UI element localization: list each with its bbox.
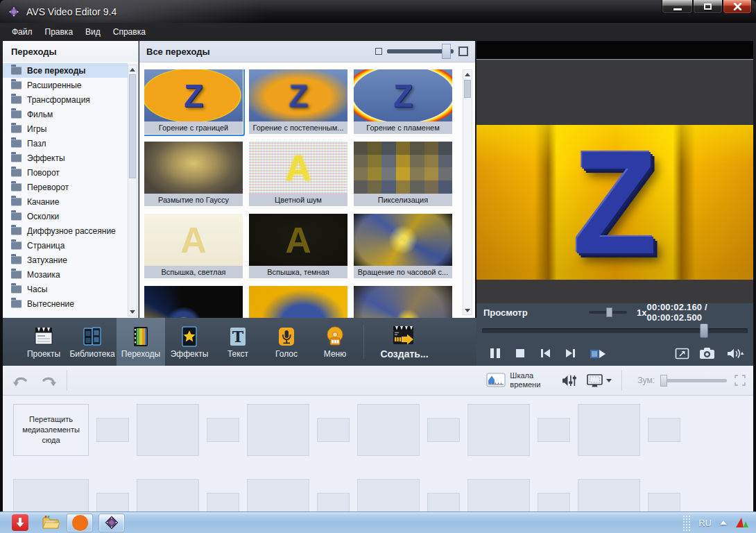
sidebar-item-transform[interactable]: Трансформация [3,92,128,107]
transition-slot[interactable] [317,493,350,511]
transition-slot[interactable] [317,418,350,442]
scroll-up-icon[interactable] [128,65,137,74]
play-to-frame-button[interactable] [585,344,611,362]
sidebar-item-film[interactable]: Фильм [3,107,128,121]
undo-button[interactable] [8,370,32,391]
size-slider-track[interactable] [387,49,454,53]
audio-mixer-button[interactable] [561,373,578,388]
sidebar-item-rotate[interactable]: Поворот [3,165,128,180]
scroll-up-icon[interactable] [463,70,472,78]
previous-scene-button[interactable] [535,344,556,362]
transition-tile-gaussian-blur[interactable]: Размытие по Гауссу [144,142,243,206]
clip-slot[interactable] [137,479,199,511]
taskbar-firefox-button[interactable] [67,514,93,532]
sidebar-item-shatter[interactable]: Осколки [3,209,128,223]
menu-file[interactable]: Файл [6,24,39,40]
sidebar-item-advanced[interactable]: Расширенные [3,78,128,92]
transition-tile-clockwise-spin[interactable]: Вращение по часовой с... [354,214,452,278]
scroll-down-icon[interactable] [128,307,137,316]
sidebar-item-swing[interactable]: Качание [3,194,128,209]
tab-projects[interactable]: Проекты [19,318,68,366]
transition-slot[interactable] [427,418,460,442]
maximize-button[interactable] [693,0,723,14]
clip-slot[interactable] [357,479,420,511]
fullscreen-button[interactable] [671,344,692,362]
clip-slot[interactable] [247,479,309,511]
sidebar-item-games[interactable]: Игры [3,121,128,136]
gallery-scrollbar[interactable] [463,69,472,315]
transition-tile-partial-2[interactable] [249,286,347,318]
transition-slot[interactable] [427,493,460,511]
language-indicator[interactable]: RU [698,518,712,528]
clip-slot[interactable] [578,404,640,456]
clip-slot[interactable] [578,479,640,511]
transition-tile-pixelate[interactable]: Пикселизация [354,142,452,206]
speed-slider[interactable] [589,311,627,314]
clip-slot[interactable] [357,404,420,456]
transition-tile-burn-border[interactable]: Z Горение с границей [144,69,243,134]
taskbar-download-icon[interactable] [10,514,31,532]
transition-slot[interactable] [538,493,570,511]
volume-button[interactable] [721,344,749,362]
sidebar-item-wipe[interactable]: Вытеснение [3,296,128,311]
transition-tile-color-noise[interactable]: A Цветной шум [249,142,347,206]
clip-slot[interactable] [13,479,89,511]
sidebar-item-mosaic[interactable]: Мозаика [3,267,128,282]
menu-edit[interactable]: Правка [39,24,80,40]
transition-slot[interactable] [207,493,239,511]
next-scene-button[interactable] [560,344,581,362]
transition-slot[interactable] [648,418,680,442]
stop-button[interactable] [510,344,531,362]
sidebar-item-effects[interactable]: Эффекты [3,151,128,165]
clip-slot[interactable] [467,479,530,511]
tab-voice[interactable]: Голос [262,318,311,366]
redo-button[interactable] [37,370,61,391]
tray-app-icon[interactable] [735,517,749,528]
storyboard-dropzone[interactable]: Перетащить медиаэлементы сюда [13,404,89,456]
transition-slot[interactable] [207,418,239,442]
tab-create[interactable]: Создать... [368,318,440,366]
timeline-view-button[interactable]: Шкала времени [482,370,553,390]
minimize-button[interactable] [662,0,693,14]
tab-transitions[interactable]: Переходы [117,318,165,366]
scrollbar-thumb[interactable] [464,80,471,98]
sidebar-item-flip[interactable]: Переворот [3,180,128,194]
close-button[interactable] [723,0,752,14]
size-slider-handle[interactable] [442,44,451,59]
transition-tile-flash-light[interactable]: A Вспышка, светлая [144,214,243,278]
seek-bar[interactable] [482,324,748,337]
clip-slot[interactable] [247,404,309,456]
zoom-slider-handle[interactable] [660,375,667,387]
transition-tile-burn-flame[interactable]: Z Горение с пламенем [354,69,452,134]
fit-to-screen-icon[interactable] [734,374,746,387]
scroll-down-icon[interactable] [463,306,472,314]
tray-expand-icon[interactable] [720,521,727,525]
zoom-slider[interactable] [660,379,727,382]
transition-tile-burn-gradual[interactable]: Z Горение с постепенным... [249,69,347,134]
menu-help[interactable]: Справка [107,24,152,40]
tab-menu[interactable]: Меню [311,318,359,366]
taskbar-avs-button[interactable] [98,514,125,532]
sidebar-item-puzzle[interactable]: Пазл [3,136,128,151]
clip-slot[interactable] [467,404,530,456]
transition-tile-partial-1[interactable] [144,286,243,318]
transition-tile-partial-3[interactable] [354,286,452,318]
scrollbar-thumb[interactable] [129,74,136,178]
speed-slider-handle[interactable] [606,307,612,317]
sidebar-item-all-transitions[interactable]: Все переходы [3,63,128,78]
sidebar-scrollbar[interactable] [128,65,137,316]
seek-handle[interactable] [700,323,708,338]
menu-view[interactable]: Вид [79,24,107,40]
clip-slot[interactable] [137,404,199,456]
transition-slot[interactable] [96,493,129,511]
display-mode-button[interactable] [586,373,612,388]
sidebar-item-diffuse[interactable]: Диффузное рассеяние [3,223,128,238]
snapshot-button[interactable] [696,344,717,362]
transition-tile-flash-dark[interactable]: A Вспышка, темная [249,214,347,278]
tab-effects[interactable]: Эффекты [165,318,214,366]
sidebar-item-page[interactable]: Страница [3,238,128,253]
pause-button[interactable] [485,344,506,362]
transition-slot[interactable] [538,418,570,442]
tab-text[interactable]: T Текст [214,318,262,366]
transition-slot[interactable] [648,493,680,511]
